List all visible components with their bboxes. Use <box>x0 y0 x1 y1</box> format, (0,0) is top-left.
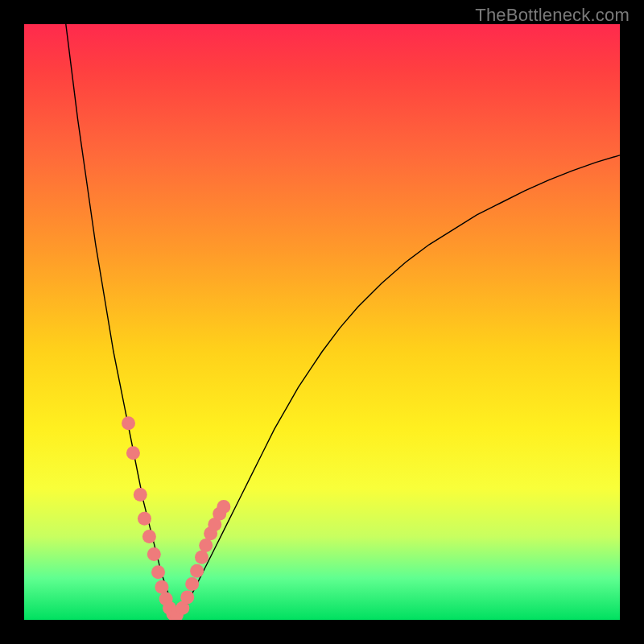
sample-dot <box>199 539 213 552</box>
sample-dot <box>122 416 135 430</box>
bottleneck-curve-line <box>66 24 620 617</box>
chart-plot-area <box>24 24 620 620</box>
chart-svg <box>24 24 620 620</box>
sample-dot <box>151 565 165 579</box>
sample-dot <box>134 488 147 502</box>
benchmark-samples-group <box>122 416 230 620</box>
sample-dot <box>195 551 208 564</box>
sample-dot <box>142 530 156 543</box>
sample-dot <box>126 446 140 460</box>
sample-dot <box>147 547 161 561</box>
watermark-text: TheBottleneck.com <box>475 5 630 26</box>
sample-dot <box>185 577 199 591</box>
sample-dot <box>180 590 194 604</box>
sample-dot <box>190 564 204 578</box>
sample-dot <box>155 580 168 594</box>
sample-dot <box>138 512 151 526</box>
sample-dot <box>217 500 230 514</box>
